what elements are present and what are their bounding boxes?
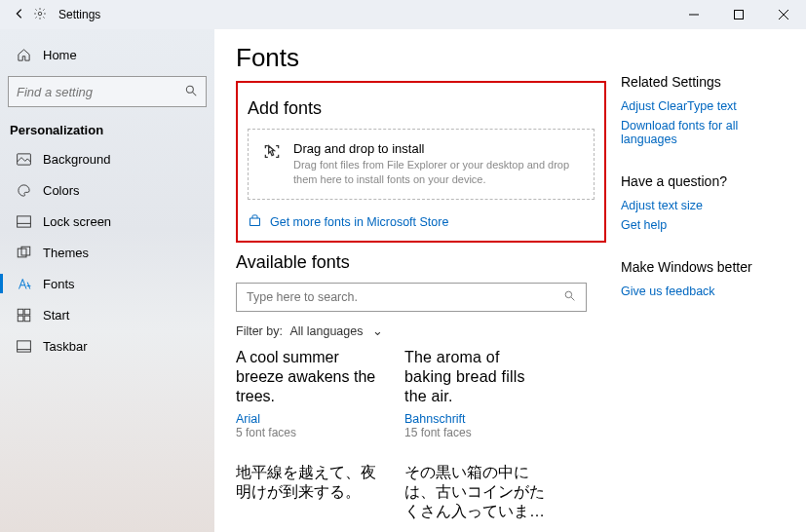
maximize-button[interactable]: [716, 0, 761, 29]
font-search-input[interactable]: [247, 290, 563, 304]
make-windows-better-heading: Make Windows better: [621, 259, 790, 275]
have-question-heading: Have a question?: [621, 173, 790, 189]
get-fonts-store-link[interactable]: Get more fonts in Microsoft Store: [248, 213, 595, 231]
sidebar-item-label: Background: [43, 152, 110, 167]
filter-value: All languages: [289, 324, 363, 338]
sidebar-item-fonts[interactable]: Fonts: [8, 268, 207, 299]
svg-rect-8: [17, 215, 30, 226]
svg-rect-14: [18, 316, 23, 322]
window-title: Settings: [58, 8, 100, 21]
link-download-all-fonts[interactable]: Download fonts for all languages: [621, 119, 790, 146]
find-setting-search[interactable]: [8, 76, 207, 107]
svg-line-19: [571, 297, 574, 300]
themes-icon: [16, 246, 31, 260]
font-sample-text: A cool summer breeze awakens the trees.: [236, 348, 377, 406]
svg-rect-2: [735, 11, 744, 19]
sidebar-item-label: Lock screen: [43, 214, 111, 229]
link-give-feedback[interactable]: Give us feedback: [621, 285, 790, 298]
sidebar: Home Personalization Background Colors L…: [0, 29, 214, 532]
sidebar-item-taskbar[interactable]: Taskbar: [8, 330, 207, 361]
main-content: Fonts Add fonts Drag and drop to install…: [214, 29, 611, 532]
svg-point-5: [186, 86, 193, 93]
svg-rect-11: [21, 247, 30, 255]
related-settings-heading: Related Settings: [621, 74, 790, 90]
sidebar-item-lockscreen[interactable]: Lock screen: [8, 206, 207, 237]
font-tile-bahnschrift[interactable]: The aroma of baking bread fills the air.…: [404, 348, 546, 439]
svg-point-0: [38, 12, 42, 16]
right-rail: Related Settings Adjust ClearType text D…: [611, 29, 806, 532]
start-icon: [16, 308, 31, 323]
font-dropzone[interactable]: Drag and drop to install Drag font files…: [248, 129, 595, 200]
font-samples-row-2: 地平線を越えて、夜明けが到来する。 その黒い箱の中には、古いコインがたくさん入っ…: [236, 463, 594, 527]
dropzone-subtitle: Drag font files from File Explorer or yo…: [293, 158, 580, 187]
font-faces-count: 5 font faces: [236, 426, 377, 439]
search-icon: [563, 289, 576, 305]
sidebar-item-label: Colors: [43, 183, 80, 198]
find-setting-input[interactable]: [17, 85, 184, 99]
back-button[interactable]: [8, 7, 31, 23]
add-fonts-highlight: Add fonts Drag and drop to install Drag …: [236, 81, 606, 243]
search-icon: [184, 84, 198, 100]
dropzone-title: Drag and drop to install: [293, 141, 580, 156]
font-sample-text: The aroma of baking bread fills the air.: [404, 348, 546, 406]
svg-rect-13: [24, 309, 30, 315]
sidebar-home[interactable]: Home: [8, 39, 207, 70]
sidebar-home-label: Home: [43, 48, 77, 62]
store-link-label: Get more fonts in Microsoft Store: [270, 215, 448, 229]
image-icon: [16, 153, 31, 166]
minimize-button[interactable]: [672, 0, 716, 29]
font-tile-arial[interactable]: A cool summer breeze awakens the trees. …: [236, 348, 377, 439]
palette-icon: [16, 183, 31, 198]
home-icon: [16, 48, 31, 62]
filter-label: Filter by:: [236, 324, 283, 338]
svg-rect-10: [18, 248, 26, 257]
sidebar-item-start[interactable]: Start: [8, 299, 207, 330]
font-name: Bahnschrift: [404, 412, 546, 426]
svg-rect-12: [18, 309, 23, 315]
close-button[interactable]: [761, 0, 806, 29]
font-tile-jp1[interactable]: 地平線を越えて、夜明けが到来する。: [236, 463, 377, 527]
svg-line-6: [193, 92, 197, 95]
link-get-help[interactable]: Get help: [621, 218, 790, 232]
link-adjust-text-size[interactable]: Adjust text size: [621, 199, 790, 212]
svg-rect-16: [17, 340, 30, 351]
add-fonts-heading: Add fonts: [248, 98, 595, 119]
store-icon: [248, 213, 262, 231]
font-samples-row-1: A cool summer breeze awakens the trees. …: [236, 348, 594, 439]
font-sample-text: その黒い箱の中には、古いコインがたくさん入っていま…: [404, 463, 546, 521]
settings-gear-icon: [33, 7, 53, 23]
window-titlebar: Settings: [0, 0, 806, 29]
page-title: Fonts: [236, 43, 594, 73]
fonts-icon: [16, 277, 31, 291]
font-tile-jp2[interactable]: その黒い箱の中には、古いコインがたくさん入っていま…: [404, 463, 546, 527]
sidebar-item-background[interactable]: Background: [8, 143, 207, 174]
available-fonts-heading: Available fonts: [236, 252, 594, 273]
sidebar-item-themes[interactable]: Themes: [8, 237, 207, 268]
svg-rect-15: [24, 316, 30, 322]
link-adjust-cleartype[interactable]: Adjust ClearType text: [621, 99, 790, 113]
font-search-box[interactable]: [236, 283, 587, 312]
font-name: Arial: [236, 412, 377, 426]
taskbar-icon: [16, 340, 31, 353]
font-sample-text: 地平線を越えて、夜明けが到来する。: [236, 463, 377, 502]
sidebar-item-colors[interactable]: Colors: [8, 174, 207, 206]
font-faces-count: 15 font faces: [404, 426, 546, 439]
sidebar-section-heading: Personalization: [10, 123, 207, 137]
sidebar-item-label: Fonts: [43, 277, 75, 291]
font-filter[interactable]: Filter by: All languages ⌄: [236, 323, 594, 338]
sidebar-item-label: Start: [43, 308, 69, 323]
sidebar-item-label: Taskbar: [43, 339, 88, 354]
svg-point-18: [565, 291, 572, 298]
sidebar-item-label: Themes: [43, 246, 89, 260]
chevron-down-icon: ⌄: [372, 324, 383, 338]
drag-drop-icon: [262, 141, 282, 168]
lock-screen-icon: [16, 215, 31, 228]
